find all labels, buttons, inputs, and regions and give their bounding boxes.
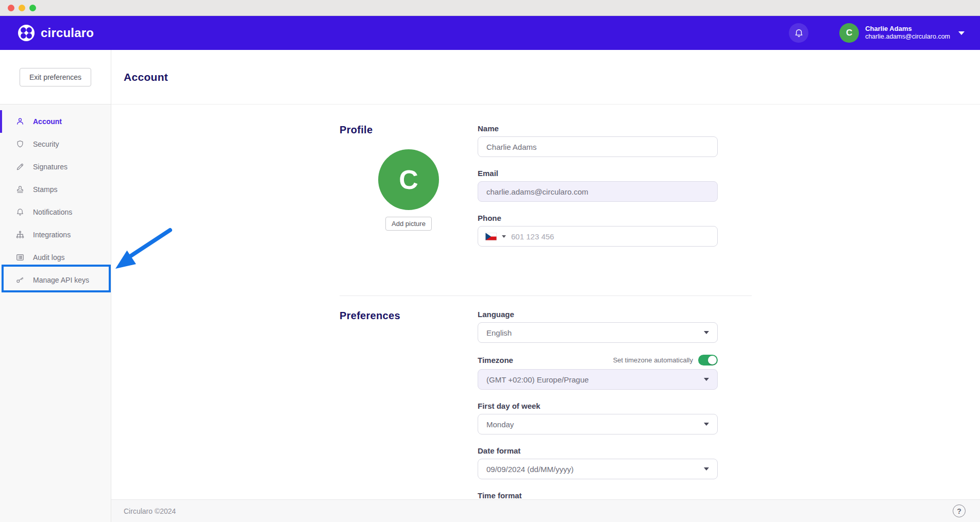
circularo-logo-icon — [18, 24, 35, 42]
sidebar-item-label: Integrations — [33, 231, 71, 239]
help-button[interactable]: ? — [953, 504, 966, 517]
zoom-window-button[interactable] — [29, 5, 36, 11]
stamp-icon — [15, 185, 25, 194]
copyright-text: Circularo ©2024 — [124, 507, 176, 515]
sidebar-item-security[interactable]: Security — [0, 133, 111, 155]
language-select[interactable]: English — [478, 322, 718, 343]
preferences-heading: Preferences — [340, 310, 478, 322]
sidebar-item-label: Notifications — [33, 208, 72, 216]
time-format-label: Time format — [478, 491, 718, 499]
preferences-menu: Account Security Signatures — [0, 105, 111, 291]
toggle-knob — [708, 356, 717, 364]
date-format-value: 09/09/2024 (dd/MM/yyyy) — [486, 465, 573, 474]
first-day-of-week-select[interactable]: Monday — [478, 414, 718, 434]
first-day-of-week-value: Monday — [486, 420, 514, 429]
user-menu-chevron-down-icon[interactable] — [958, 31, 965, 35]
language-label: Language — [478, 310, 718, 319]
key-icon — [15, 275, 25, 285]
sidebar-item-integrations[interactable]: Integrations — [0, 223, 111, 246]
profile-avatar: C — [378, 149, 439, 210]
czech-flag-icon[interactable] — [485, 233, 497, 240]
timezone-auto-toggle[interactable] — [698, 355, 718, 366]
sidebar-item-signatures[interactable]: Signatures — [0, 155, 111, 178]
sidebar-item-notifications[interactable]: Notifications — [0, 201, 111, 223]
window-titlebar — [0, 0, 980, 16]
sidebar-item-label: Security — [33, 140, 59, 148]
close-window-button[interactable] — [8, 5, 14, 11]
phone-label: Phone — [478, 214, 718, 222]
notifications-button[interactable] — [789, 23, 808, 43]
user-info[interactable]: Charlie Adams charlie.adams@circularo.co… — [865, 25, 950, 41]
main-area: Account Profile C Add picture Name — [111, 50, 980, 522]
page-header: Account — [111, 50, 980, 105]
footer: Circularo ©2024 ? — [111, 499, 980, 522]
profile-heading: Profile — [340, 124, 478, 136]
sitemap-icon — [15, 230, 25, 239]
name-label: Name — [478, 124, 718, 133]
name-field[interactable] — [478, 136, 718, 157]
country-select-chevron-down-icon[interactable] — [502, 235, 506, 238]
preferences-sidebar: Exit preferences Account Security — [0, 50, 111, 522]
profile-section: Profile C Add picture Name Email — [340, 105, 752, 258]
content-area: Profile C Add picture Name Email — [111, 105, 980, 499]
exit-preferences-button[interactable]: Exit preferences — [20, 68, 91, 86]
add-picture-button[interactable]: Add picture — [385, 217, 432, 231]
language-value: English — [486, 328, 512, 337]
user-avatar[interactable]: C — [839, 23, 859, 43]
brand-logo[interactable]: circularo — [18, 24, 94, 42]
shield-icon — [15, 140, 25, 149]
timezone-auto-label: Set timezone automatically — [613, 356, 693, 364]
sidebar-item-manage-api-keys[interactable]: Manage API keys — [0, 269, 111, 291]
phone-input[interactable] — [511, 232, 709, 241]
sidebar-item-stamps[interactable]: Stamps — [0, 178, 111, 201]
minimize-window-button[interactable] — [19, 5, 25, 11]
page-title: Account — [124, 71, 168, 83]
sidebar-item-label: Manage API keys — [33, 276, 89, 284]
app-header: circularo C Charlie Adams charlie.adams@… — [0, 16, 980, 50]
phone-field — [478, 226, 718, 247]
chevron-down-icon — [704, 467, 709, 471]
date-format-label: Date format — [478, 446, 718, 455]
chevron-down-icon — [704, 378, 709, 381]
person-icon — [15, 117, 25, 126]
email-label: Email — [478, 169, 718, 178]
bell-icon — [793, 28, 804, 39]
first-day-of-week-label: First day of week — [478, 402, 718, 410]
sidebar-item-audit-logs[interactable]: Audit logs — [0, 246, 111, 269]
chevron-down-icon — [704, 331, 709, 334]
list-icon — [15, 253, 25, 262]
bell-icon — [15, 207, 25, 217]
sidebar-item-label: Audit logs — [33, 253, 64, 262]
timezone-label: Timezone — [478, 356, 513, 364]
sidebar-item-account[interactable]: Account — [0, 110, 111, 133]
sidebar-item-label: Account — [33, 117, 62, 126]
user-email: charlie.adams@circularo.com — [865, 33, 950, 41]
sidebar-item-label: Signatures — [33, 163, 67, 171]
brand-name: circularo — [41, 26, 94, 40]
preferences-section: Preferences Language English — [340, 296, 752, 499]
pen-icon — [15, 162, 25, 171]
chevron-down-icon — [704, 423, 709, 426]
sidebar-item-label: Stamps — [33, 185, 57, 194]
email-field — [478, 181, 718, 202]
timezone-value: (GMT +02:00) Europe/Prague — [486, 375, 589, 384]
timezone-select: (GMT +02:00) Europe/Prague — [478, 369, 718, 390]
date-format-select[interactable]: 09/09/2024 (dd/MM/yyyy) — [478, 459, 718, 479]
user-name: Charlie Adams — [865, 25, 950, 33]
